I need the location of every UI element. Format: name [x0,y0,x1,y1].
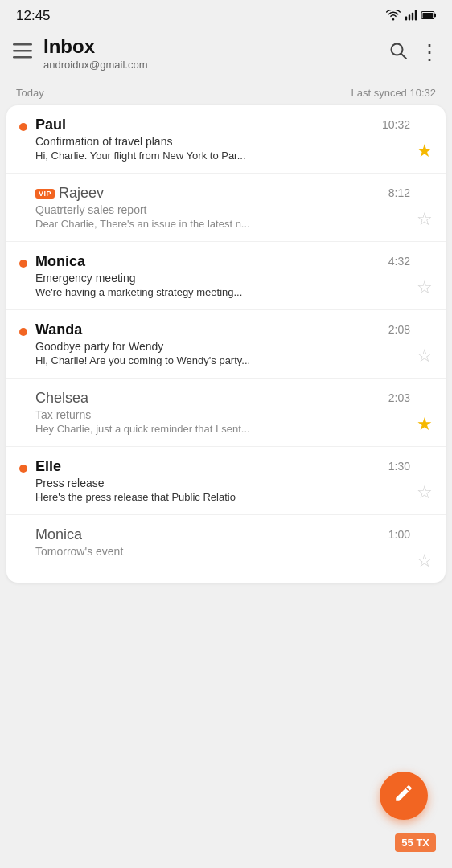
email-content: Elle 1:30 Press release Here's the press… [35,458,410,503]
email-sender-row: Wanda 2:08 [35,321,410,338]
email-item-monica1[interactable]: Monica 4:32 Emergency meeting We're havi… [6,242,446,310]
star-button[interactable]: ☆ [417,551,433,571]
svg-rect-1 [409,14,410,20]
email-item-rajeev[interactable]: VIPRajeev 8:12 Quatrterly sales report D… [6,174,446,242]
star-button[interactable]: ★ [417,414,433,435]
star-empty-icon: ☆ [417,277,433,298]
svg-rect-2 [412,12,413,20]
email-preview: Here's the press release that Public Rel… [35,491,333,503]
email-subject: Quatrterly sales report [35,203,410,216]
email-preview: Hey Charlie, just a quick reminder that … [35,423,333,435]
email-preview: Hi, Charlie. Your flight from New York t… [35,149,333,162]
email-sender: Wanda [35,321,82,338]
email-item-wanda[interactable]: Wanda 2:08 Goodbye party for Wendy Hi, C… [6,310,446,379]
unread-indicator [19,260,27,268]
toolbar: Inbox androidux@gmail.com ⋮ [0,29,452,80]
star-empty-icon: ☆ [417,482,433,503]
email-list: Paul 10:32 Confirmation of travel plans … [6,105,446,583]
email-content: Monica 1:00 Tomorrow's event [35,526,410,559]
hamburger-icon[interactable] [13,43,32,63]
email-time: 4:32 [388,255,410,268]
email-sender-row: Monica 4:32 [35,253,410,270]
star-button[interactable]: ☆ [417,346,433,366]
star-button[interactable]: ☆ [417,209,433,230]
unread-indicator [19,328,27,336]
account-subtitle: androidux@gmail.com [43,59,388,71]
email-sender-row: Elle 1:30 [35,458,410,475]
star-button[interactable]: ☆ [417,482,433,503]
email-sender: VIPRajeev [35,185,104,202]
read-indicator [19,191,27,199]
email-content: Wanda 2:08 Goodbye party for Wendy Hi, C… [35,321,410,366]
wifi-icon [386,10,401,23]
email-sender-row: Paul 10:32 [35,117,410,133]
compose-icon [393,783,414,809]
section-header: Today Last synced 10:32 [0,80,452,105]
email-subject: Tomorrow's event [35,545,410,558]
email-time: 1:00 [388,528,410,541]
svg-line-11 [401,54,406,59]
status-icons [386,10,436,23]
sync-status: Last synced 10:32 [351,87,436,99]
status-bar: 12:45 [0,0,452,29]
email-item-monica2[interactable]: Monica 1:00 Tomorrow's event ☆ [6,515,446,583]
email-preview: Dear Charlie, There's an issue in the la… [35,218,333,230]
search-icon[interactable] [388,41,408,65]
svg-rect-9 [13,56,32,59]
star-icon: ★ [417,141,433,162]
email-time: 2:03 [388,391,410,404]
email-preview: Hi, Charlie! Are you coming to Wendy's p… [35,354,333,366]
battery-icon [421,10,436,23]
email-time: 8:12 [388,186,410,199]
svg-rect-0 [405,16,407,20]
status-time: 12:45 [16,8,51,24]
svg-rect-8 [13,50,32,52]
more-options-icon[interactable]: ⋮ [419,40,439,65]
email-content: Chelsea 2:03 Tax returns Hey Charlie, ju… [35,390,410,435]
svg-rect-3 [415,10,417,20]
email-subject: Goodbye party for Wendy [35,340,410,353]
email-sender: Paul [35,117,66,133]
read-indicator [19,396,27,404]
star-empty-icon: ☆ [417,551,433,571]
compose-fab[interactable] [380,772,428,820]
svg-rect-7 [13,43,32,46]
read-indicator [19,533,27,541]
email-content: VIPRajeev 8:12 Quatrterly sales report D… [35,185,410,230]
star-icon: ★ [417,414,433,435]
unread-indicator [19,123,27,131]
star-button[interactable]: ★ [417,141,433,162]
page-title: Inbox [43,35,388,59]
toolbar-actions: ⋮ [388,40,439,65]
email-subject: Confirmation of travel plans [35,135,410,148]
toolbar-title-group: Inbox androidux@gmail.com [43,35,388,71]
email-time: 10:32 [382,118,410,131]
email-sender: Chelsea [35,390,88,407]
email-time: 2:08 [388,323,410,336]
section-label: Today [16,87,44,99]
unread-indicator [19,465,27,473]
svg-rect-6 [423,13,434,18]
watermark: 55 TX [395,833,436,852]
email-sender-row: VIPRajeev 8:12 [35,185,410,202]
email-item-paul[interactable]: Paul 10:32 Confirmation of travel plans … [6,105,446,174]
email-content: Paul 10:32 Confirmation of travel plans … [35,117,410,162]
signal-icon [405,10,417,23]
star-empty-icon: ☆ [417,209,433,230]
email-sender: Elle [35,458,61,475]
email-time: 1:30 [388,460,410,473]
email-sender-row: Monica 1:00 [35,526,410,543]
star-button[interactable]: ☆ [417,277,433,298]
email-item-elle[interactable]: Elle 1:30 Press release Here's the press… [6,447,446,515]
email-item-chelsea[interactable]: Chelsea 2:03 Tax returns Hey Charlie, ju… [6,379,446,447]
email-preview: We're having a marketing strategy meetin… [35,286,333,298]
email-subject: Emergency meeting [35,272,410,285]
email-content: Monica 4:32 Emergency meeting We're havi… [35,253,410,298]
email-subject: Press release [35,477,410,489]
vip-tag: VIP [35,189,55,199]
email-subject: Tax returns [35,408,410,421]
star-empty-icon: ☆ [417,346,433,366]
email-sender: Monica [35,526,82,543]
email-sender: Monica [35,253,85,270]
svg-rect-5 [434,14,436,18]
